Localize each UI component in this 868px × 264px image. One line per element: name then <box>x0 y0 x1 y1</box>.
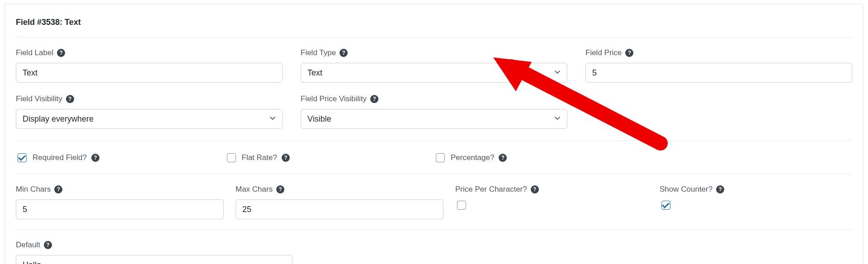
field-label-text: Field Label <box>16 48 53 57</box>
field-label-label: Field Label ? <box>16 48 283 57</box>
spacer <box>643 152 853 164</box>
panel-title: Field #3538: Text <box>16 18 852 27</box>
row-visibility: Field Visibility ? Display everywhere Fi… <box>16 94 852 129</box>
field-price-input[interactable] <box>585 63 852 83</box>
required-field-cell: Required Field? ? <box>16 152 225 164</box>
field-visibility-label: Field Visibility ? <box>16 94 283 104</box>
field-settings-panel: Field #3538: Text Field Label ? Field Ty… <box>5 4 863 264</box>
help-icon[interactable]: ? <box>499 154 507 162</box>
show-counter-col: Show Counter? ? <box>660 185 852 211</box>
field-price-visibility-col: Field Price Visibility ? Visible <box>301 94 567 129</box>
min-chars-label: Min Chars ? <box>16 185 224 194</box>
price-per-char-text: Price Per Character? <box>455 185 527 194</box>
price-per-char-label: Price Per Character? ? <box>455 185 648 194</box>
field-label-col: Field Label ? <box>16 48 283 83</box>
row-checkboxes: Required Field? ? Flat Rate? ? Percentag… <box>16 152 852 164</box>
field-price-visibility-select[interactable]: Visible <box>301 109 567 129</box>
percentage-cell: Percentage? ? <box>434 152 643 164</box>
percentage-label[interactable]: Percentage? ? <box>434 152 507 164</box>
field-price-text: Field Price <box>585 48 622 57</box>
help-icon[interactable]: ? <box>276 185 284 193</box>
help-icon[interactable]: ? <box>44 241 52 249</box>
help-icon[interactable]: ? <box>370 95 378 103</box>
show-counter-text: Show Counter? <box>660 185 712 194</box>
divider <box>16 141 852 141</box>
field-price-label: Field Price ? <box>585 48 852 57</box>
field-price-visibility-label: Field Price Visibility ? <box>301 94 567 104</box>
field-type-text: Field Type <box>301 48 336 57</box>
default-text: Default <box>16 240 40 250</box>
min-chars-input[interactable] <box>16 199 224 219</box>
min-chars-text: Min Chars <box>16 185 51 194</box>
flat-rate-label[interactable]: Flat Rate? ? <box>225 152 290 164</box>
field-visibility-text: Field Visibility <box>16 94 62 104</box>
help-icon[interactable]: ? <box>531 185 539 193</box>
price-per-char-checkbox[interactable] <box>457 201 466 210</box>
required-field-checkbox[interactable] <box>18 153 27 162</box>
field-price-visibility-text: Field Price Visibility <box>301 94 367 104</box>
min-chars-col: Min Chars ? <box>16 185 224 219</box>
max-chars-label: Max Chars ? <box>236 185 443 194</box>
percentage-text: Percentage? <box>451 153 494 162</box>
field-type-label: Field Type ? <box>301 48 567 57</box>
max-chars-input[interactable] <box>236 199 443 219</box>
help-icon[interactable]: ? <box>282 154 290 162</box>
help-icon[interactable]: ? <box>54 185 62 193</box>
field-label-input[interactable] <box>16 63 283 83</box>
percentage-checkbox[interactable] <box>436 153 445 162</box>
field-type-col: Field Type ? Text <box>301 48 567 83</box>
help-icon[interactable]: ? <box>625 49 633 57</box>
field-type-select[interactable]: Text <box>301 63 567 83</box>
required-field-label[interactable]: Required Field? ? <box>16 152 99 164</box>
help-icon[interactable]: ? <box>57 49 65 57</box>
max-chars-col: Max Chars ? <box>236 185 443 219</box>
default-label: Default ? <box>16 240 292 250</box>
default-input[interactable] <box>16 255 292 264</box>
row-chars: Min Chars ? Max Chars ? Price Per Charac… <box>16 185 852 219</box>
field-price-col: Field Price ? <box>585 48 852 83</box>
row-label-type-price: Field Label ? Field Type ? Text <box>16 48 852 83</box>
show-counter-label: Show Counter? ? <box>660 185 852 194</box>
divider <box>16 229 852 230</box>
show-counter-checkbox[interactable] <box>661 201 670 210</box>
field-visibility-col: Field Visibility ? Display everywhere <box>16 94 283 129</box>
required-field-text: Required Field? <box>33 153 87 162</box>
flat-rate-text: Flat Rate? <box>242 153 277 162</box>
divider <box>16 37 852 38</box>
flat-rate-checkbox[interactable] <box>227 153 236 162</box>
help-icon[interactable]: ? <box>66 95 74 103</box>
price-per-char-col: Price Per Character? ? <box>455 185 648 211</box>
help-icon[interactable]: ? <box>91 154 99 162</box>
default-col: Default ? <box>16 240 292 264</box>
row-default: Default ? <box>16 240 852 264</box>
help-icon[interactable]: ? <box>716 185 724 193</box>
spacer <box>585 94 852 129</box>
field-visibility-select[interactable]: Display everywhere <box>16 109 283 129</box>
flat-rate-cell: Flat Rate? ? <box>225 152 434 164</box>
divider <box>16 174 852 174</box>
help-icon[interactable]: ? <box>340 49 348 57</box>
max-chars-text: Max Chars <box>236 185 273 194</box>
